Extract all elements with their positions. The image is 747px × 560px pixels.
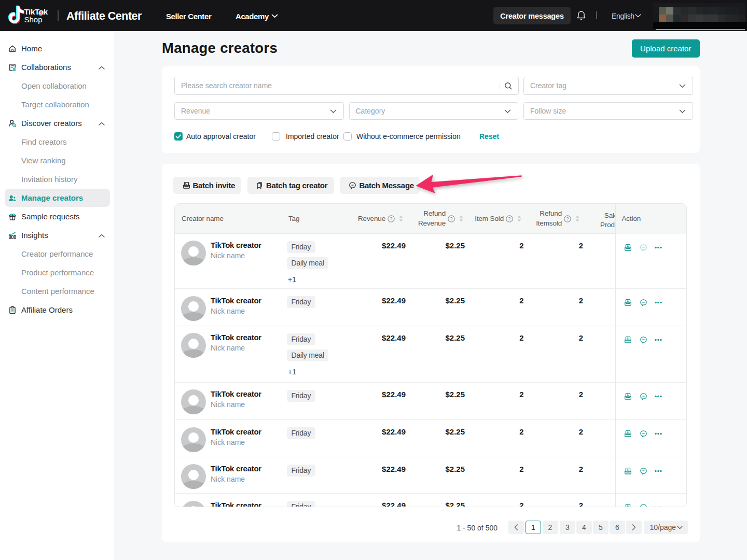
- svg-text:?: ?: [390, 216, 393, 221]
- svg-text:?: ?: [566, 216, 569, 221]
